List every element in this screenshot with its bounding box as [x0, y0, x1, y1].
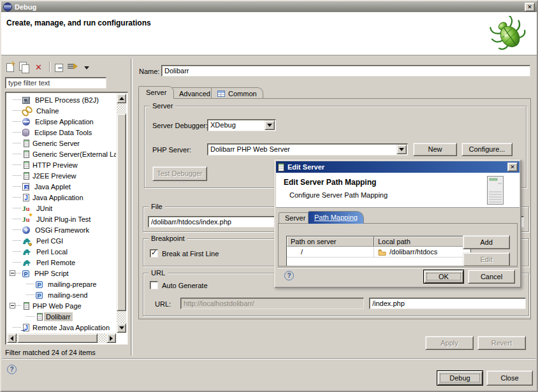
- tree-item-chaine[interactable]: Chaîne: [7, 105, 116, 116]
- tree-item-generic-server-external[interactable]: Generic Server(External La: [7, 149, 116, 159]
- tab-common[interactable]: Common: [211, 87, 263, 99]
- camel-icon: [22, 258, 31, 267]
- server-debugger-value: XDebug: [210, 121, 264, 129]
- tree-horizontal-scrollbar[interactable]: [7, 333, 116, 343]
- ok-button[interactable]: OK: [423, 270, 464, 284]
- osgi-icon: [22, 226, 30, 234]
- vertical-scroll-thumb[interactable]: [117, 113, 126, 311]
- eclipse-sphere-icon: [22, 118, 30, 126]
- close-window-icon[interactable]: [525, 3, 535, 11]
- server-icon: [37, 313, 43, 321]
- dialog-tab-path-mapping[interactable]: Path Mapping: [308, 211, 364, 224]
- scroll-down-icon[interactable]: [117, 323, 126, 333]
- tree-item-dolibarr[interactable]: Dolibarr: [7, 311, 116, 322]
- tree-item-java-applet[interactable]: Java Applet: [7, 181, 116, 192]
- tree-item-generic-server[interactable]: Generic Server: [7, 138, 116, 149]
- close-dialog-icon[interactable]: [507, 163, 518, 171]
- help-icon[interactable]: [7, 365, 17, 374]
- toolbar-separator: [49, 62, 50, 72]
- banner-heading: Create, manage, and run configurations: [6, 18, 151, 27]
- tree-item-php-script[interactable]: PHP Script: [7, 268, 116, 279]
- scroll-right-icon[interactable]: [106, 333, 116, 343]
- collapse-toggle-icon[interactable]: [10, 303, 15, 309]
- duplicate-configuration-icon[interactable]: [18, 62, 29, 73]
- tree-item-remote-java-application[interactable]: Remote Java Application: [7, 322, 116, 333]
- url-path-input[interactable]: [370, 298, 525, 309]
- debug-button[interactable]: Debug: [437, 370, 483, 386]
- server-icon: [24, 172, 29, 180]
- php-server-combobox[interactable]: Dolibarr PHP Web Server: [207, 143, 408, 156]
- junit-plugin-icon: [22, 215, 31, 224]
- type-filter-input[interactable]: [6, 78, 106, 88]
- path-mapping-tab-content: Path on server Local path / /dolibarr/ht…: [278, 223, 518, 266]
- scroll-up-icon[interactable]: [117, 94, 126, 103]
- tree-item-junit[interactable]: JUnit: [7, 203, 116, 214]
- column-header-local-path[interactable]: Local path: [374, 236, 471, 247]
- tree-item-java-application[interactable]: Java Application: [7, 192, 116, 203]
- tree-item-php-web-page[interactable]: PHP Web Page: [7, 300, 116, 311]
- path-mapping-table: Path on server Local path / /dolibarr/ht…: [286, 236, 471, 266]
- horizontal-scroll-thumb[interactable]: [17, 333, 98, 343]
- toolbar-menu-chevron-icon[interactable]: [83, 62, 94, 73]
- debug-bug-icon: [490, 16, 529, 53]
- tree-vertical-scrollbar[interactable]: [117, 94, 126, 333]
- chevron-down-icon[interactable]: [396, 145, 407, 154]
- checkbox-checked-icon[interactable]: [150, 249, 158, 258]
- test-debugger-button[interactable]: Test Debugger: [152, 166, 207, 181]
- php-server-value: Dolibarr PHP Web Server: [210, 145, 396, 153]
- configurations-toolbar: [5, 60, 94, 74]
- edit-server-title-bar[interactable]: Edit Server: [276, 161, 520, 173]
- edit-mapping-button[interactable]: Edit: [463, 252, 510, 266]
- url-group-legend: URL: [149, 269, 168, 277]
- apply-button[interactable]: Apply: [425, 336, 474, 350]
- java-icon: [23, 194, 29, 201]
- filter-launch-configurations-icon[interactable]: [68, 62, 78, 73]
- title-bar[interactable]: Debug: [1, 1, 537, 12]
- tree-item-eclipse-application[interactable]: Eclipse Application: [7, 116, 116, 127]
- url-label: URL:: [155, 300, 171, 308]
- tree-item-perl-local[interactable]: Perl Local: [7, 246, 116, 257]
- tree-item-j2ee-preview[interactable]: J2EE Preview: [7, 170, 116, 181]
- add-mapping-button[interactable]: Add: [463, 235, 510, 249]
- tree-item-osgi-framework[interactable]: OSGi Framework: [7, 224, 116, 235]
- edit-server-title: Edit Server: [287, 163, 324, 171]
- tree-item-bpel-process[interactable]: BPEL Process (B2J): [7, 94, 116, 105]
- tab-server[interactable]: Server: [138, 86, 174, 99]
- chevron-down-icon[interactable]: [265, 120, 275, 130]
- configure-server-button[interactable]: Configure...: [462, 143, 513, 156]
- php-icon: [22, 270, 29, 277]
- table-row[interactable]: / /dolibarr/htdocs: [287, 247, 471, 258]
- tree-item-mailing-send[interactable]: mailing-send: [7, 289, 116, 300]
- configurations-tree: BPEL Process (B2J) Chaîne Eclipse Applic…: [5, 92, 128, 345]
- collapse-toggle-icon[interactable]: [10, 270, 15, 276]
- delete-configuration-icon[interactable]: [34, 62, 45, 73]
- tree-item-junit-plugin-test[interactable]: JUnit Plug-in Test: [7, 214, 116, 224]
- tree-item-mailing-prepare[interactable]: mailing-prepare: [7, 279, 116, 289]
- dialog-heading: Edit Server Path Mapping: [284, 178, 376, 187]
- column-header-path-on-server[interactable]: Path on server: [287, 236, 374, 247]
- checkbox-unchecked-icon[interactable]: [150, 281, 158, 289]
- url-base-field-wrap: [180, 298, 364, 309]
- break-first-line-checkbox[interactable]: Break at First Line: [150, 249, 219, 258]
- help-icon[interactable]: [284, 271, 294, 280]
- scroll-left-icon[interactable]: [7, 333, 17, 343]
- server-debugger-combobox[interactable]: XDebug: [207, 119, 276, 131]
- cancel-button[interactable]: Cancel: [468, 270, 515, 284]
- tree-item-perl-cgi[interactable]: Perl CGI: [7, 235, 116, 246]
- close-button[interactable]: Close: [486, 370, 533, 386]
- new-server-button[interactable]: New: [413, 143, 457, 156]
- revert-button[interactable]: Revert: [477, 336, 526, 350]
- dialog-tab-server[interactable]: Server: [279, 212, 312, 224]
- tree-item-eclipse-data-tools[interactable]: Eclipse Data Tools: [7, 127, 116, 138]
- camel-icon: [22, 236, 31, 245]
- new-configuration-icon[interactable]: [6, 63, 14, 72]
- auto-generate-checkbox[interactable]: Auto Generate: [150, 281, 208, 289]
- tree-item-perl-remote[interactable]: Perl Remote: [7, 257, 116, 268]
- collapse-all-icon[interactable]: [55, 64, 63, 72]
- junit-icon: [22, 204, 31, 213]
- tree-item-http-preview[interactable]: HTTP Preview: [7, 159, 116, 170]
- database-icon: [22, 129, 29, 136]
- panel-sash[interactable]: [131, 59, 133, 356]
- server-icon: [24, 140, 29, 147]
- configuration-name-input[interactable]: [162, 66, 530, 76]
